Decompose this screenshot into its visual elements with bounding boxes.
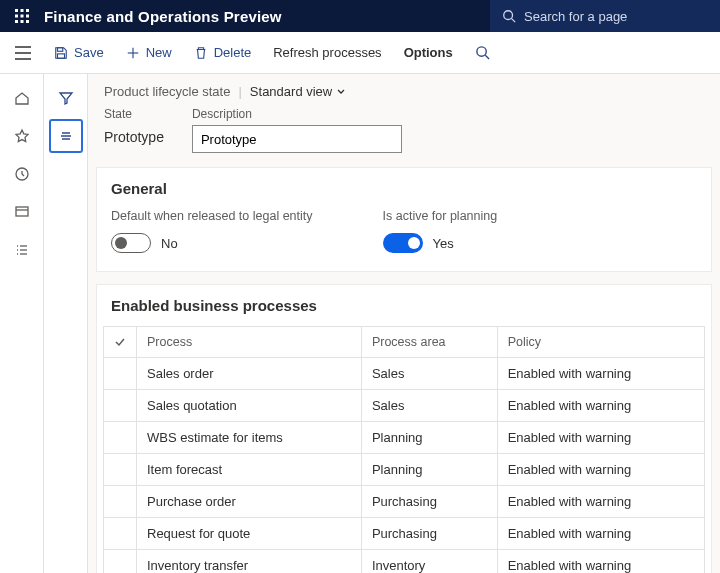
cell-area: Purchasing xyxy=(361,518,497,550)
rail-favorites[interactable] xyxy=(6,120,38,152)
search-placeholder: Search for a page xyxy=(524,9,627,24)
row-select[interactable] xyxy=(104,390,137,422)
new-button[interactable]: New xyxy=(116,36,182,70)
svg-rect-7 xyxy=(21,20,24,23)
cell-policy: Enabled with warning xyxy=(497,454,704,486)
table-row[interactable]: Sales quotationSalesEnabled with warning xyxy=(104,390,705,422)
list-icon xyxy=(58,128,74,144)
save-icon xyxy=(54,46,68,60)
svg-point-18 xyxy=(477,47,486,56)
main-content: Product lifecycle state | Standard view … xyxy=(88,74,720,573)
is-active-label: Is active for planning xyxy=(383,209,498,223)
general-section: General Default when released to legal e… xyxy=(96,167,712,272)
workspace-icon xyxy=(14,204,30,220)
options-button[interactable]: Options xyxy=(394,36,463,70)
refresh-processes-button[interactable]: Refresh processes xyxy=(263,36,391,70)
default-release-field: Default when released to legal entity No xyxy=(111,209,313,253)
view-selector[interactable]: Standard view xyxy=(250,84,346,99)
svg-rect-0 xyxy=(15,9,18,12)
left-nav-rail xyxy=(0,74,44,573)
modules-icon xyxy=(14,242,30,258)
cell-area: Planning xyxy=(361,422,497,454)
cell-policy: Enabled with warning xyxy=(497,550,704,574)
svg-rect-3 xyxy=(15,15,18,18)
page-search-button[interactable] xyxy=(465,36,501,70)
svg-rect-1 xyxy=(21,9,24,12)
home-icon xyxy=(14,90,30,106)
row-select[interactable] xyxy=(104,486,137,518)
cell-process: WBS estimate for items xyxy=(137,422,362,454)
rail-recent[interactable] xyxy=(6,158,38,190)
cell-area: Purchasing xyxy=(361,486,497,518)
star-icon xyxy=(14,128,30,144)
cell-area: Inventory xyxy=(361,550,497,574)
trash-icon xyxy=(194,46,208,60)
header-fields: State Prototype Description xyxy=(88,105,720,167)
cell-process: Request for quote xyxy=(137,518,362,550)
col-policy[interactable]: Policy xyxy=(497,327,704,358)
rail-workspaces[interactable] xyxy=(6,196,38,228)
processes-heading: Enabled business processes xyxy=(97,285,711,326)
app-title: Finance and Operations Preview xyxy=(44,8,282,25)
col-process[interactable]: Process xyxy=(137,327,362,358)
svg-rect-15 xyxy=(58,53,65,57)
table-row[interactable]: Purchase orderPurchasingEnabled with war… xyxy=(104,486,705,518)
svg-rect-6 xyxy=(15,20,18,23)
check-icon xyxy=(114,336,126,348)
cell-area: Sales xyxy=(361,390,497,422)
cell-process: Item forecast xyxy=(137,454,362,486)
svg-point-9 xyxy=(504,11,513,20)
row-select[interactable] xyxy=(104,518,137,550)
filter-button[interactable] xyxy=(50,82,82,114)
table-row[interactable]: Request for quotePurchasingEnabled with … xyxy=(104,518,705,550)
clock-icon xyxy=(14,166,30,182)
command-bar: Save New Delete Refresh processes Option… xyxy=(0,32,720,74)
row-select[interactable] xyxy=(104,550,137,574)
svg-rect-8 xyxy=(26,20,29,23)
table-row[interactable]: WBS estimate for itemsPlanningEnabled wi… xyxy=(104,422,705,454)
svg-rect-21 xyxy=(16,207,28,216)
default-release-toggle[interactable] xyxy=(111,233,151,253)
cell-process: Sales quotation xyxy=(137,390,362,422)
processes-section: Enabled business processes Process Proce… xyxy=(96,284,712,573)
state-field: State Prototype xyxy=(104,107,164,153)
title-bar: Finance and Operations Preview Search fo… xyxy=(0,0,720,32)
rail-modules[interactable] xyxy=(6,234,38,266)
search-icon xyxy=(475,45,490,60)
state-label: State xyxy=(104,107,164,121)
cell-process: Sales order xyxy=(137,358,362,390)
svg-rect-4 xyxy=(21,15,24,18)
description-input[interactable] xyxy=(192,125,402,153)
default-release-value: No xyxy=(161,236,178,251)
is-active-toggle[interactable] xyxy=(383,233,423,253)
table-row[interactable]: Sales orderSalesEnabled with warning xyxy=(104,358,705,390)
table-row[interactable]: Inventory transferInventoryEnabled with … xyxy=(104,550,705,574)
cell-process: Purchase order xyxy=(137,486,362,518)
cell-policy: Enabled with warning xyxy=(497,518,704,550)
description-label: Description xyxy=(192,107,402,121)
select-all-header[interactable] xyxy=(104,327,137,358)
breadcrumb-page: Product lifecycle state xyxy=(104,84,230,99)
row-select[interactable] xyxy=(104,422,137,454)
table-row[interactable]: Item forecastPlanningEnabled with warnin… xyxy=(104,454,705,486)
col-area[interactable]: Process area xyxy=(361,327,497,358)
svg-line-10 xyxy=(512,19,516,23)
row-select[interactable] xyxy=(104,454,137,486)
processes-grid: Process Process area Policy Sales orderS… xyxy=(103,326,705,573)
rail-home[interactable] xyxy=(6,82,38,114)
save-button[interactable]: Save xyxy=(44,36,114,70)
general-heading: General xyxy=(97,168,711,209)
cell-policy: Enabled with warning xyxy=(497,422,704,454)
breadcrumb: Product lifecycle state | Standard view xyxy=(88,74,720,105)
cell-policy: Enabled with warning xyxy=(497,390,704,422)
delete-button[interactable]: Delete xyxy=(184,36,262,70)
list-view-button[interactable] xyxy=(50,120,82,152)
global-search[interactable]: Search for a page xyxy=(490,0,720,32)
plus-icon xyxy=(126,46,140,60)
view-mode-rail xyxy=(44,74,88,573)
is-active-value: Yes xyxy=(433,236,454,251)
waffle-icon[interactable] xyxy=(0,9,44,23)
svg-rect-5 xyxy=(26,15,29,18)
row-select[interactable] xyxy=(104,358,137,390)
nav-toggle-button[interactable] xyxy=(4,32,42,74)
